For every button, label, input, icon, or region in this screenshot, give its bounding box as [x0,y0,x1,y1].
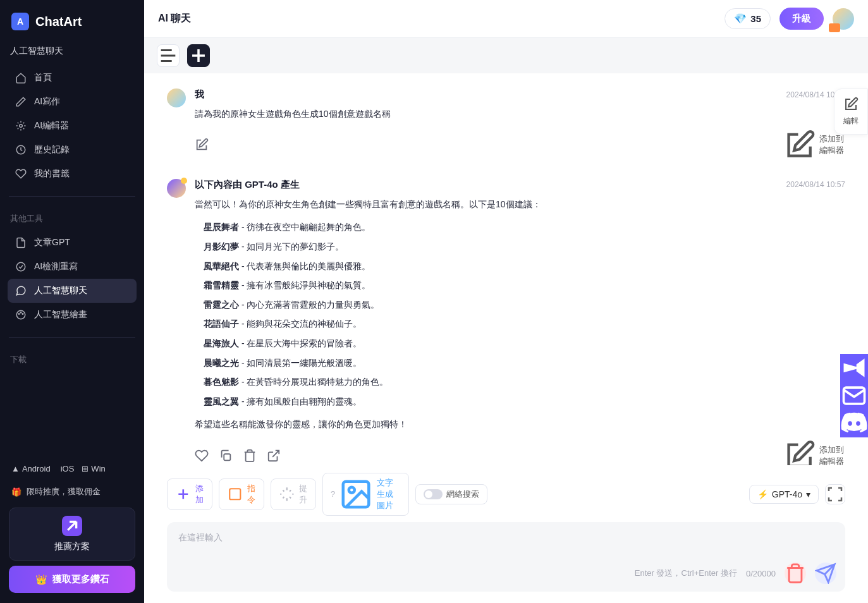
logo[interactable]: A ChatArt [0,0,144,40]
promo-card-text: 推薦方案 [17,541,127,552]
email-rail-button[interactable] [840,382,868,410]
sidebar-toggle-button[interactable] [157,44,180,67]
chevron-down-icon: ▾ [806,489,810,499]
chat-toolbar [144,38,868,73]
credits-pill[interactable]: 💎35 [724,8,771,29]
nav-history[interactable]: 歷史記錄 [8,138,137,162]
nav-home[interactable]: 首頁 [8,66,137,90]
page-title: AI 聊天 [158,12,191,25]
message-input[interactable]: 在這裡輸入 Enter 發送，Ctrl+Enter 換行 0/20000 [167,522,845,592]
nav-label: 人工智慧聊天 [34,285,87,296]
msg-time: 2024/08/14 10:57 [786,180,845,189]
svg-point-4 [18,314,20,315]
nav-label: AI檢測重寫 [34,261,78,272]
ai-outro: 希望這些名稱能激發你的靈感，讓你的角色更加獨特！ [195,416,845,433]
get-diamonds-button[interactable]: 👑 獲取更多鑽石 [9,566,135,593]
arrow-up-icon [62,516,82,536]
file-icon [15,237,27,248]
add-to-editor-button[interactable]: 添加到編輯器 [783,439,845,465]
editor-rail: 編輯 [834,88,868,135]
ai-list: 星辰舞者 - 彷彿在夜空中翩翩起舞的角色。月影幻夢 - 如同月光下的夢幻影子。風… [195,212,845,416]
list-item: 風華絕代 - 代表著無與倫比的美麗與優雅。 [204,258,845,275]
input-hint: Enter 發送，Ctrl+Enter 換行 [635,568,737,579]
nav-editor[interactable]: AI編輯器 [8,114,137,138]
text-to-image-button[interactable]: ?文字生成圖片 [322,473,409,516]
command-button[interactable]: 指令 [219,478,264,510]
discord-rail-button[interactable] [840,410,868,437]
gift-icon: 🎁 [11,487,21,497]
promo-limited[interactable]: 🎁限時推廣，獲取佣金 [8,481,137,502]
expand-button[interactable] [825,484,845,504]
user-avatar [167,88,186,107]
list-item: 星海旅人 - 在星辰大海中探索的冒險者。 [204,335,845,352]
download-ios[interactable]: iOS [58,464,75,473]
sparkle-icon [15,120,27,131]
msg-author: 以下內容由 GPT-4o 產生 [195,179,300,191]
copy-button[interactable] [219,449,233,463]
tool-article-gpt[interactable]: 文章GPT [8,231,137,255]
msg-text: 請為我的原神女生遊戲角色生成10個創意遊戲名稱 [195,106,845,123]
list-item: 星辰舞者 - 彷彿在夜空中翩翩起舞的角色。 [204,219,845,236]
list-item: 暮色魅影 - 在黃昏時分展現出獨特魅力的角色。 [204,374,845,391]
windows-icon: ⊞ [82,464,89,473]
avatar-badge [829,23,840,32]
nav-bookmarks[interactable]: 我的書籤 [8,162,137,186]
ai-message: 以下內容由 GPT-4o 產生2024/08/14 10:57 當然可以！為你的… [167,170,845,465]
list-item: 月影幻夢 - 如同月光下的夢幻影子。 [204,238,845,255]
divider [9,196,135,197]
svg-point-0 [20,125,23,128]
clear-button[interactable] [785,563,806,584]
svg-rect-7 [224,454,230,460]
ai-avatar [167,179,186,198]
input-zone: 添加 指令 提升 ?文字生成圖片 網絡搜索 ⚡GPT-4o▾ 在這裡輸入 Ent… [144,465,868,603]
user-message: 我2024/08/14 10:57 請為我的原神女生遊戲角色生成10個創意遊戲名… [167,80,845,170]
share-button[interactable] [267,449,281,463]
android-icon: ▲ [11,464,20,473]
edit-message-button[interactable] [195,138,209,152]
share-rail-button[interactable] [840,354,868,382]
bolt-icon: ⚡ [757,489,768,499]
nav-write[interactable]: AI寫作 [8,90,137,114]
logo-text: ChatArt [35,15,82,29]
model-select[interactable]: ⚡GPT-4o▾ [749,485,819,504]
download-win[interactable]: ⊞Win [82,464,105,473]
enhance-button[interactable]: 提升 [271,478,316,510]
delete-button[interactable] [243,449,257,463]
palette-icon [15,309,27,320]
nav-label: 人工智慧繪畫 [34,309,87,320]
send-button[interactable] [815,563,836,584]
list-item: 晨曦之光 - 如同清晨第一縷陽光般溫暖。 [204,355,845,372]
tool-ai-draw[interactable]: 人工智慧繪畫 [8,303,137,327]
input-toolbar: 添加 指令 提升 ?文字生成圖片 網絡搜索 ⚡GPT-4o▾ [167,473,845,516]
web-search-toggle[interactable]: 網絡搜索 [415,484,487,504]
nav-label: 歷史記錄 [34,144,70,155]
msg-content: 當然可以！為你的原神女生角色創建一些獨特且富有創意的遊戲名稱。以下是10個建議：… [195,196,845,433]
new-chat-button[interactable] [187,44,210,67]
list-item: 花語仙子 - 能夠與花朵交流的神秘仙子。 [204,315,845,332]
social-rail [840,354,868,437]
logo-icon: A [11,13,29,30]
promo-card[interactable]: 推薦方案 [9,508,135,561]
header: AI 聊天 💎35 升級 [144,0,868,38]
clock-icon [15,144,27,155]
user-menu[interactable] [833,8,854,30]
tool-ai-detect[interactable]: AI檢測重寫 [8,255,137,279]
download-android[interactable]: ▲Android [11,464,51,473]
nav-label: 文章GPT [34,237,70,248]
chat-icon [15,285,27,296]
upgrade-button[interactable]: 升級 [779,8,824,30]
nav-label: 我的書籤 [34,168,70,180]
list-item: 雷霆之心 - 內心充滿著雷霆般的力量與勇氣。 [204,296,845,314]
list-item: 霜雪精靈 - 擁有冰雪般純淨與神秘的氣質。 [204,277,845,294]
svg-point-2 [16,262,25,271]
main-nav: 首頁 AI寫作 AI編輯器 歷史記錄 我的書籤 [0,62,144,190]
editor-rail-button[interactable]: 編輯 [834,88,868,135]
add-button[interactable]: 添加 [167,478,212,510]
tool-ai-chat[interactable]: 人工智慧聊天 [8,279,137,303]
divider [9,337,135,338]
pencil-icon [15,96,27,107]
like-button[interactable] [195,449,209,463]
main: AI 聊天 💎35 升級 我2024/08/14 10:57 請為我的原神女生遊… [144,0,868,603]
home-icon [15,72,27,83]
input-placeholder: 在這裡輸入 [178,532,834,544]
